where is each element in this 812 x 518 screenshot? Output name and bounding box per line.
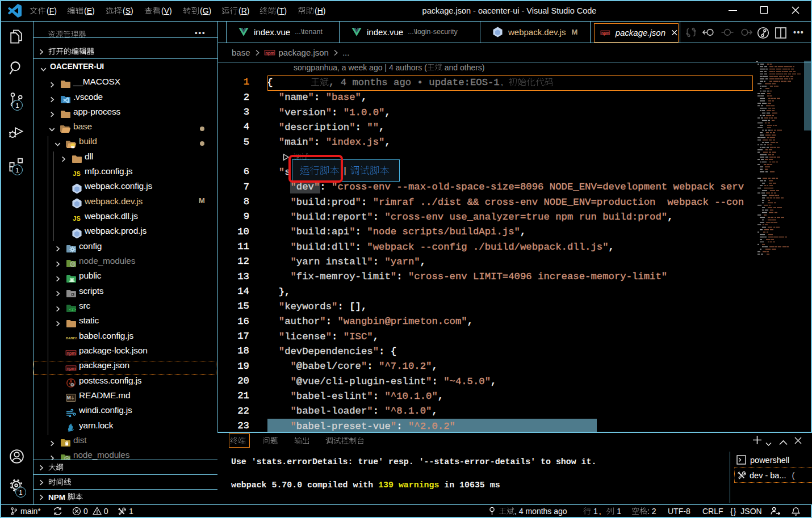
svg-text:npm: npm [265,50,274,55]
svg-text:</>: </> [69,307,76,312]
svg-text:npm: npm [601,31,609,35]
svg-text:npm: npm [66,351,76,356]
svg-text:M: M [67,395,71,401]
svg-text:JS: JS [70,263,74,266]
